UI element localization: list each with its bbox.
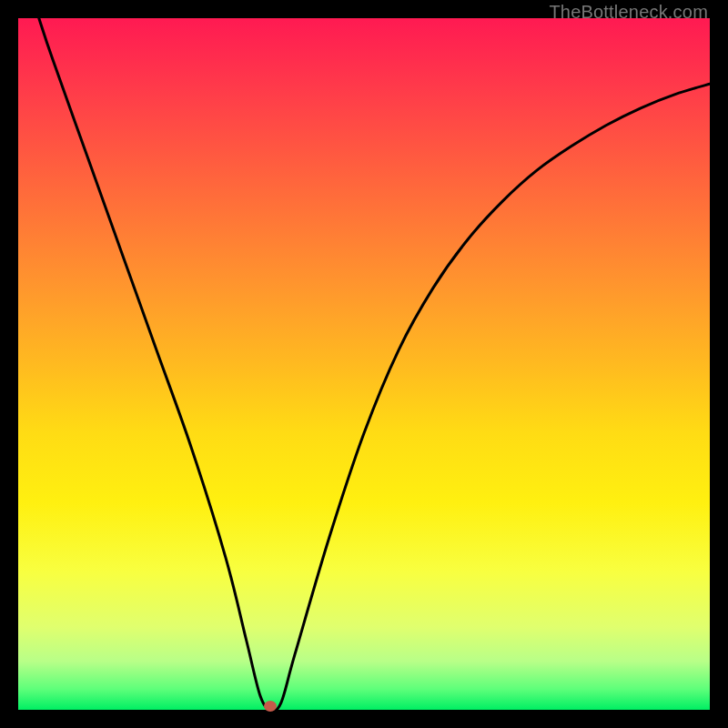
- chart-container: TheBottleneck.com: [0, 0, 728, 728]
- watermark-text: TheBottleneck.com: [549, 2, 708, 23]
- bottleneck-curve-path: [39, 18, 710, 710]
- optimal-point-marker: [264, 701, 277, 712]
- curve-svg: [18, 18, 710, 710]
